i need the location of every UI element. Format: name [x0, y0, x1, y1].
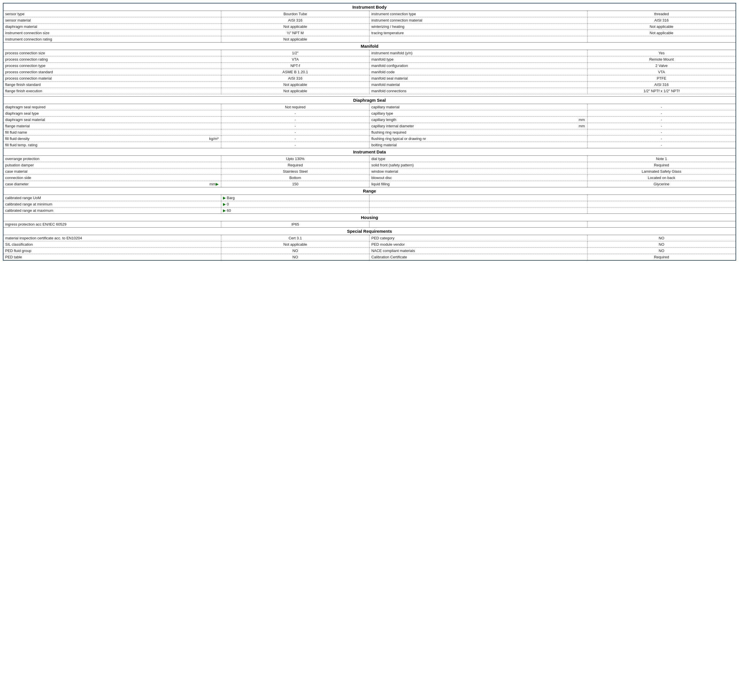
label-manifold-type: manifold type — [369, 56, 587, 63]
label-liquid-filling: liquid filling — [369, 181, 587, 187]
value-sensor-material: AISI 316 — [221, 17, 369, 24]
label-empty-range2 — [369, 201, 587, 207]
value-flushing-ring-typical: - — [587, 135, 736, 142]
value-flange-finish-standard: Not applicable — [221, 82, 369, 88]
value-flushing-ring-required: - — [587, 129, 736, 135]
label-diaphragm-seal-type: diaphragm seal type — [3, 110, 221, 117]
label-calibrated-range-max: calibrated range at maximum — [3, 207, 221, 214]
value-fill-fluid-temp-rating: - — [221, 142, 369, 148]
label-manifold-code: manifold code — [369, 69, 587, 75]
spacer-manifold — [3, 94, 736, 97]
value-process-connection-material: AISI 316 — [221, 75, 369, 82]
label-solid-front: solid front (safety pattern) — [369, 162, 587, 168]
value-diaphragm-material: Not applicable — [221, 24, 369, 30]
label-winterizing: winterizing / heating — [369, 24, 587, 30]
value-process-connection-rating: VTA — [221, 56, 369, 63]
value-manifold-configuration: 2 Valve — [587, 63, 736, 69]
value-ingress-protection: IP65 — [221, 221, 369, 228]
label-flange-finish-standard: flange finish standard — [3, 82, 221, 88]
value-empty-range2 — [587, 201, 736, 207]
value-overrange-protection: Upto 130% — [221, 156, 369, 162]
label-connection-side: connection side — [3, 175, 221, 181]
label-case-material: case material — [3, 168, 221, 175]
label-instrument-connection-type: instrument connection type — [369, 11, 587, 17]
label-capillary-length: capillary length mm — [369, 117, 587, 123]
label-sil-classification: SIL classification — [3, 241, 221, 248]
instrument-body-header: Instrument Body — [3, 3, 736, 11]
label-diaphragm-seal-material: diaphragm seal material — [3, 117, 221, 123]
label-window-material: window material — [369, 168, 587, 175]
label-case-diameter: case diameter ▶mm — [3, 181, 221, 187]
label-capillary-internal-diameter: capillary internal diameter mm — [369, 123, 587, 129]
value-solid-front: Required — [587, 162, 736, 168]
value-blowout-disc: Located on back — [587, 175, 736, 181]
value-manifold-connections: 1/2" NPTf x 1/2" NPTf — [587, 88, 736, 94]
label-overrange-protection: overrange protection — [3, 156, 221, 162]
value-case-material: Stainless Steel — [221, 168, 369, 175]
label-capillary-material: capillary material — [369, 104, 587, 110]
value-ped-table: NO — [221, 254, 369, 260]
label-manifold-configuration: manifold configuration — [369, 63, 587, 69]
value-bolting-material: - — [587, 142, 736, 148]
label-fill-fluid-name: fill fluid name — [3, 129, 221, 135]
value-manifold-type: Remote Mount — [587, 56, 736, 63]
value-empty-range3 — [587, 207, 736, 214]
label-manifold-connections: manifold connections — [369, 88, 587, 94]
label-instrument-connection-material: instrument connection material — [369, 17, 587, 24]
value-manifold-material: AISI 316 — [587, 82, 736, 88]
label-flushing-ring-required: flushing ring required — [369, 129, 587, 135]
value-ped-category: NO — [587, 235, 736, 241]
label-ingress-protection: ingress protection acc EN/IEC 60529 — [3, 221, 221, 228]
value-process-connection-size: 1/2" — [221, 50, 369, 56]
label-ped-fluid-group: PED fluid group — [3, 248, 221, 254]
label-calibration-certificate: Calibration Certificate — [369, 254, 587, 260]
label-instrument-connection-size: instrument connection size — [3, 30, 221, 36]
value-manifold-seal-material: PTFE — [587, 75, 736, 82]
range-header: Range — [3, 187, 736, 195]
value-capillary-length: - — [587, 117, 736, 123]
value-instrument-connection-rating: Not applicable — [221, 36, 369, 43]
label-pulsation-damper: pulsation damper — [3, 162, 221, 168]
label-empty-range3 — [369, 207, 587, 214]
value-flange-material: - — [221, 123, 369, 129]
label-empty-housing — [369, 221, 587, 228]
label-diaphragm-seal-required: diaphragm seal required — [3, 104, 221, 110]
value-sensor-type: Bourdon Tube — [221, 11, 369, 17]
value-calibration-certificate: Required — [587, 254, 736, 260]
value-instrument-manifold: Yes — [587, 50, 736, 56]
label-flange-material: flange material — [3, 123, 221, 129]
value-capillary-material: - — [587, 104, 736, 110]
label-process-connection-rating: process connection rating — [3, 56, 221, 63]
label-material-inspection-cert: material inspection certificate acc. to … — [3, 235, 221, 241]
value-pulsation-damper: Required — [221, 162, 369, 168]
value-manifold-code: VTA — [587, 69, 736, 75]
label-process-connection-type: process connection type — [3, 63, 221, 69]
label-ped-category: PED category — [369, 235, 587, 241]
label-sensor-material: sensor material — [3, 17, 221, 24]
value-sil-classification: Not applicable — [221, 241, 369, 248]
value-fill-fluid-name: - — [221, 129, 369, 135]
value-winterizing: Not applicable — [587, 24, 736, 30]
label-ped-table: PED table — [3, 254, 221, 260]
value-nace-compliant-materials: NO — [587, 248, 736, 254]
label-process-connection-size: process connection size — [3, 50, 221, 56]
value-calibrated-range-min: ▶ 0 — [221, 201, 369, 207]
value-case-diameter: 150 — [221, 181, 369, 187]
value-diaphragm-seal-required: Not required — [221, 104, 369, 110]
label-calibrated-range-uom: calibrated range UoM — [3, 195, 221, 201]
value-liquid-filling: Glycerine — [587, 181, 736, 187]
special-requirements-header: Special Requirements — [3, 228, 736, 235]
label-manifold-seal-material: manifold seal material — [369, 75, 587, 82]
label-empty-ib — [369, 36, 587, 43]
value-process-connection-standard: ASME B 1.20.1 — [221, 69, 369, 75]
value-instrument-connection-material: AISI 316 — [587, 17, 736, 24]
housing-header: Housing — [3, 214, 736, 221]
value-capillary-type: - — [587, 110, 736, 117]
label-ped-module-vendor: PED module vendor — [369, 241, 587, 248]
value-ped-module-vendor: NO — [587, 241, 736, 248]
label-tracing-temperature: tracing temperature — [369, 30, 587, 36]
label-diaphragm-material: diaphragm material — [3, 24, 221, 30]
value-calibrated-range-uom: ▶ Barg — [221, 195, 369, 201]
value-dial-type: Note 1 — [587, 156, 736, 162]
value-window-material: Laminated Safety Glass — [587, 168, 736, 175]
